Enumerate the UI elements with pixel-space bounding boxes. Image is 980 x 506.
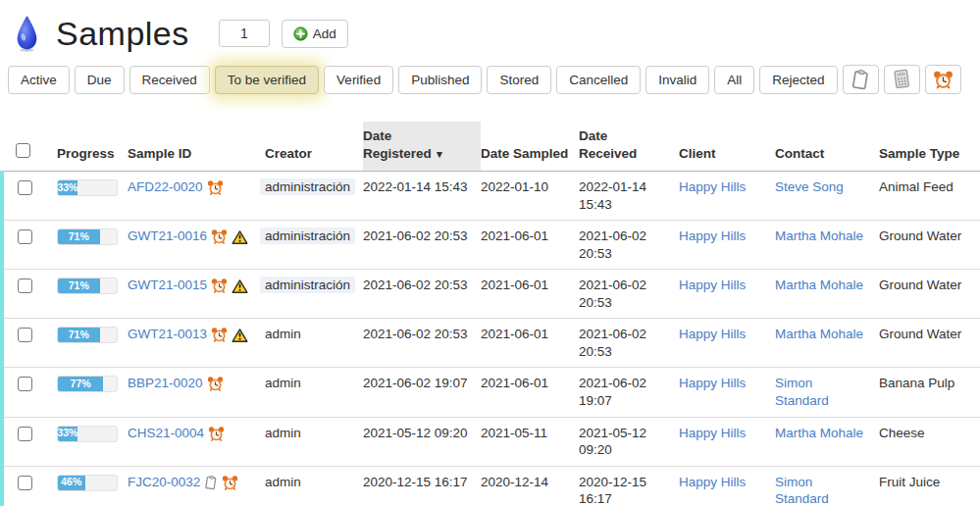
sample-id-cell: FJC20-0032: [128, 466, 265, 506]
client-cell: Happy Hills: [679, 270, 775, 319]
creator-cell: admin: [265, 368, 363, 417]
column-header[interactable]: Client: [679, 122, 775, 172]
contact-link[interactable]: Martha Mohale: [775, 278, 863, 292]
row-checkbox[interactable]: [18, 377, 32, 391]
filter-tab[interactable]: Invalid: [645, 66, 709, 94]
filter-tab[interactable]: Published: [398, 66, 482, 94]
table-row: 71% GWT21-0013 admin 2021-06-02 20:53 20…: [2, 319, 980, 368]
sample-id-link[interactable]: GWT21-0015: [128, 278, 207, 292]
contact-link[interactable]: Martha Mohale: [775, 228, 863, 243]
filter-tab[interactable]: Cancelled: [556, 66, 641, 94]
progress-bar: 33%: [57, 426, 118, 442]
column-header[interactable]: Date Received: [579, 122, 679, 172]
row-select-cell: [2, 221, 57, 270]
client-link[interactable]: Happy Hills: [679, 327, 746, 341]
client-cell: Happy Hills: [679, 368, 775, 417]
table-row: 71% GWT21-0016 administración 2021-06-02…: [2, 221, 980, 270]
water-drop-logo-icon[interactable]: [14, 15, 40, 52]
progress-cell: 46%: [57, 466, 128, 506]
row-checkbox[interactable]: [18, 229, 32, 244]
contact-cell: Martha Mohale: [775, 319, 879, 368]
client-link[interactable]: Happy Hills: [679, 228, 746, 243]
late-alarm-icon: [207, 179, 224, 196]
calculator-button[interactable]: [884, 65, 920, 94]
row-select-cell: [2, 368, 57, 417]
creator-cell: administración: [265, 221, 363, 270]
add-count-input[interactable]: [219, 20, 270, 47]
column-header[interactable]: Sample ID: [128, 122, 265, 172]
contact-link[interactable]: Martha Mohale: [775, 327, 863, 341]
client-link[interactable]: Happy Hills: [679, 376, 746, 390]
progress-bar: 71%: [57, 278, 118, 294]
date-received-cell: 2021-06-02 20:53: [579, 221, 679, 270]
column-header[interactable]: Progress: [57, 122, 128, 172]
contact-link[interactable]: Simon Standard: [775, 475, 829, 506]
filter-tab[interactable]: Rejected: [759, 66, 837, 94]
filter-tab[interactable]: Active: [8, 66, 70, 94]
client-cell: Happy Hills: [679, 417, 775, 466]
sample-id-link[interactable]: BBP21-0020: [128, 376, 203, 390]
plus-icon: [293, 26, 308, 41]
column-header[interactable]: Sample Type: [879, 122, 980, 172]
contact-link[interactable]: Simon Standard: [775, 376, 829, 408]
creator-cell: admin: [265, 417, 363, 466]
client-link[interactable]: Happy Hills: [679, 179, 746, 194]
contact-link[interactable]: Martha Mohale: [775, 426, 863, 440]
contact-cell: Simon Standard: [775, 466, 879, 506]
client-cell: Happy Hills: [679, 466, 775, 506]
sort-descending-icon: ▼: [435, 148, 444, 160]
sample-id-link[interactable]: CHS21-0004: [128, 426, 204, 440]
creator-cell: admin: [265, 319, 363, 368]
row-checkbox[interactable]: [18, 427, 32, 441]
late-samples-alarm-button[interactable]: [925, 65, 961, 94]
warning-icon: [232, 328, 248, 343]
row-checkbox[interactable]: [18, 476, 32, 490]
filter-tab[interactable]: Verified: [324, 66, 393, 94]
client-link[interactable]: Happy Hills: [679, 278, 746, 292]
filter-tab[interactable]: Stored: [487, 66, 551, 94]
sample-id-link[interactable]: GWT21-0016: [128, 228, 207, 243]
show-partitions-clipboard-button[interactable]: [843, 65, 879, 94]
table-header-row: ProgressSample IDCreatorDate Registered▼…: [2, 122, 980, 172]
client-link[interactable]: Happy Hills: [679, 475, 746, 489]
progress-bar: 71%: [57, 327, 118, 343]
column-header[interactable]: Creator: [265, 122, 363, 172]
date-sampled-cell: 2021-06-01: [481, 270, 579, 319]
row-checkbox[interactable]: [18, 278, 32, 293]
progress-cell: 33%: [57, 417, 128, 466]
creator-label: admin: [265, 426, 301, 440]
column-header[interactable]: Date Sampled: [481, 122, 579, 172]
filter-tab[interactable]: To be verified: [215, 66, 319, 94]
table-row: 71% GWT21-0015 administración 2021-06-02…: [2, 270, 980, 319]
sample-type-cell: Banana Pulp: [879, 368, 980, 417]
column-header[interactable]: Date Registered▼: [363, 122, 481, 172]
progress-bar: 33%: [57, 179, 118, 196]
row-checkbox[interactable]: [18, 180, 32, 195]
row-checkbox[interactable]: [18, 328, 32, 342]
sample-id-link[interactable]: FJC20-0032: [128, 475, 200, 489]
sample-id-link[interactable]: AFD22-0020: [128, 179, 203, 194]
sample-id-link[interactable]: GWT21-0013: [128, 327, 207, 341]
filter-tab[interactable]: Due: [75, 66, 125, 94]
creator-label: administración: [260, 178, 355, 195]
date-received-cell: 2020-12-15 16:17: [579, 466, 679, 506]
client-cell: Happy Hills: [679, 319, 775, 368]
page-header: Samples Add: [0, 0, 980, 57]
filter-tab[interactable]: Received: [129, 66, 210, 94]
add-button-label: Add: [313, 26, 336, 41]
warning-icon: [232, 278, 248, 294]
date-sampled-cell: 2020-12-14: [481, 466, 579, 506]
progress-value: 46%: [61, 476, 81, 489]
date-sampled-cell: 2021-06-01: [481, 319, 579, 368]
client-link[interactable]: Happy Hills: [679, 426, 746, 440]
table-row: 33% CHS21-0004 admin 2021-05-12 09:20 20…: [2, 417, 980, 466]
select-all-checkbox[interactable]: [16, 143, 30, 158]
add-button[interactable]: Add: [282, 20, 348, 48]
contact-link[interactable]: Steve Song: [775, 179, 844, 194]
sample-id-cell: BBP21-0020: [128, 368, 265, 417]
progress-value: 33%: [57, 427, 77, 440]
column-header[interactable]: Contact: [775, 122, 879, 172]
filter-tab[interactable]: All: [714, 66, 754, 94]
date-received-cell: 2021-06-02 19:07: [579, 368, 679, 417]
late-alarm-icon: [222, 475, 238, 491]
